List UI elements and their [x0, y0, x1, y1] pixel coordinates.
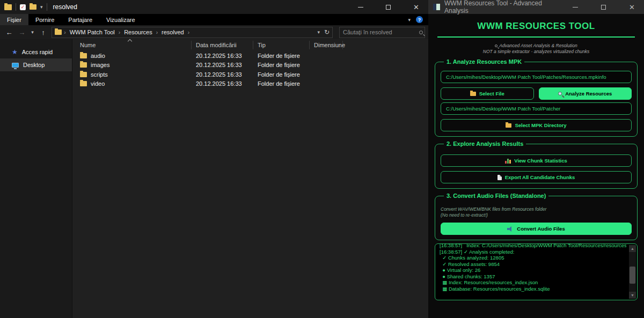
search-box[interactable] [339, 27, 425, 38]
folder-icon [470, 92, 476, 96]
breadcrumb-item[interactable]: resolved [160, 29, 186, 35]
sidebar-item-desktop[interactable]: Desktop [0, 58, 72, 71]
convert-audio-files-button[interactable]: Convert Audio Files [441, 223, 632, 235]
file-type: Folder de fișiere [253, 51, 310, 61]
analyze-resources-button[interactable]: Analyze Resources [539, 87, 632, 100]
magnifier-icon [558, 92, 562, 95]
section-title: 3. Convert Audio Files (Standalone) [444, 193, 548, 199]
file-explorer-window: ✓ ▾ resolved ✕ Fișier Pornire Partajare … [0, 0, 428, 318]
tool-titlebar: WWM Resources Tool - Advanced Analysis ✕ [428, 0, 644, 14]
file-size [310, 79, 343, 89]
scroll-down-icon[interactable]: ▼ [629, 292, 636, 299]
breadcrumb-item[interactable]: WWM Patch Tool [68, 29, 116, 35]
qat-customize-chevron-icon[interactable]: ▾ [40, 4, 43, 10]
file-row-images[interactable]: images 20.12.2025 16:33 Folder de fișier… [72, 61, 428, 70]
log-output[interactable]: [16:38:57] Index: C:/Users/mihes/Desktop… [435, 243, 638, 300]
expand-ribbon-chevron-icon[interactable]: ▾ [408, 17, 411, 23]
section-convert-audio: 3. Convert Audio Files (Standalone) Conv… [435, 193, 638, 240]
address-dropdown-chevron-icon[interactable]: ▾ [317, 29, 320, 35]
wwm-resources-tool-window: WWM Resources Tool - Advanced Analysis ✕… [428, 0, 644, 318]
desktop: ✓ ▾ resolved ✕ Fișier Pornire Partajare … [0, 0, 644, 318]
column-header-name[interactable]: Nume [72, 41, 192, 49]
sidebar-item-label: Acces rapid [22, 49, 53, 55]
folder-icon [80, 72, 87, 77]
mpk-directory-path-input[interactable] [441, 102, 632, 115]
desktop-monitor-icon [12, 63, 19, 68]
file-modified: 20.12.2025 16:33 [192, 51, 253, 61]
export-candidate-chunks-button[interactable]: Export All Candidate Chunks [441, 171, 632, 183]
log-line: ● Virtual only: 26 [440, 267, 626, 273]
file-size [310, 70, 343, 79]
address-bar[interactable]: › WWM Patch Tool › Resources › resolved … [52, 27, 333, 38]
window-title: WWM Resources Tool - Advanced Analysis [444, 0, 554, 14]
breadcrumb-item[interactable]: Resources [122, 29, 154, 35]
up-button[interactable]: ↑ [38, 28, 49, 36]
back-button[interactable]: ← [3, 28, 15, 36]
forward-button[interactable]: → [16, 28, 28, 36]
select-file-button[interactable]: Select File [441, 87, 534, 100]
file-row-video[interactable]: video 20.12.2025 16:33 Folder de fișiere [72, 79, 428, 89]
search-input[interactable] [343, 29, 419, 35]
column-header-size[interactable]: Dimensiune [310, 41, 343, 49]
close-button[interactable]: ✕ [404, 0, 428, 14]
tab-fisier[interactable]: Fișier [0, 14, 28, 25]
navigation-pane: ★ Acces rapid Desktop [0, 39, 72, 318]
file-row-audio[interactable]: audio 20.12.2025 16:33 Folder de fișiere [72, 51, 428, 61]
log-line: [16:38:57] Index: C:/Users/mihes/Desktop… [440, 243, 626, 249]
speaker-icon [507, 226, 514, 232]
explorer-app-icon [4, 4, 12, 10]
breadcrumb-separator: › [118, 29, 121, 35]
file-list: Nume Data modificării Tip Dimensiune aud… [72, 39, 428, 318]
log-line: ✓ Chunks analyzed: 12805 [440, 255, 626, 261]
heading-divider [437, 36, 635, 38]
quick-access-star-icon: ★ [12, 49, 18, 55]
section-title: 1. Analyze Resources MPK [444, 58, 524, 65]
select-mpk-directory-button[interactable]: Select MPK Directory [441, 119, 632, 131]
scroll-up-icon[interactable]: ▲ [629, 245, 636, 252]
divider [47, 3, 47, 11]
minimize-button[interactable] [348, 0, 372, 14]
column-header-type[interactable]: Tip [253, 41, 310, 49]
section-analyze-mpk: 1. Analyze Resources MPK Select File Ana… [435, 58, 638, 137]
scrollbar-thumb[interactable] [630, 267, 635, 284]
view-chunk-statistics-button[interactable]: View Chunk Statistics [441, 154, 632, 167]
window-title: resolved [53, 3, 77, 11]
maximize-button[interactable] [376, 0, 400, 14]
navigation-bar: ← → ▾ ↑ › WWM Patch Tool › Resources › r… [0, 25, 428, 39]
column-header-modified[interactable]: Data modificării [192, 41, 253, 49]
close-button[interactable]: ✕ [620, 0, 644, 14]
app-subtitle: Advanced Asset Analysis & Resolution NOT… [428, 43, 644, 55]
properties-checkbox-icon[interactable]: ✓ [20, 4, 26, 10]
log-line: ▦ Index: Resources/resources_index.json [440, 279, 626, 286]
refresh-icon[interactable]: ↻ [324, 28, 330, 36]
file-type: Folder de fișiere [253, 79, 310, 89]
bar-chart-icon [505, 158, 511, 164]
explorer-titlebar: ✓ ▾ resolved ✕ [0, 0, 428, 14]
maximize-button[interactable] [591, 0, 616, 14]
folder-icon [80, 53, 87, 58]
minimize-button[interactable] [563, 0, 587, 14]
help-icon[interactable]: ? [416, 16, 423, 23]
divider [16, 3, 16, 11]
file-name: video [91, 80, 105, 87]
folder-icon [80, 81, 87, 86]
ribbon-tabs: Fișier Pornire Partajare Vizualizare ▾ ? [0, 14, 428, 25]
file-name: scripts [91, 71, 108, 78]
log-line: [16:38:57] ✓ Analysis completed: [440, 249, 626, 255]
file-size [310, 51, 343, 61]
mpkinfo-path-input[interactable] [441, 71, 632, 83]
file-row-scripts[interactable]: scripts 20.12.2025 16:33 Folder de fișie… [72, 70, 428, 79]
tool-app-icon [433, 4, 440, 10]
file-modified: 20.12.2025 16:33 [192, 79, 253, 89]
tab-vizualizare[interactable]: Vizualizare [99, 14, 142, 25]
log-line: ✓ Resolved assets: 9854 [440, 261, 626, 268]
tab-partajare[interactable]: Partajare [61, 14, 99, 25]
new-folder-icon[interactable] [30, 4, 36, 10]
file-type: Folder de fișiere [253, 70, 310, 79]
sidebar-item-quick-access[interactable]: ★ Acces rapid [0, 46, 72, 58]
log-scrollbar[interactable]: ▲ ▼ [629, 245, 636, 299]
search-icon[interactable] [419, 31, 423, 34]
recent-locations-chevron-icon[interactable]: ▾ [29, 29, 36, 35]
breadcrumb-separator: › [187, 29, 191, 35]
tab-pornire[interactable]: Pornire [28, 14, 61, 25]
